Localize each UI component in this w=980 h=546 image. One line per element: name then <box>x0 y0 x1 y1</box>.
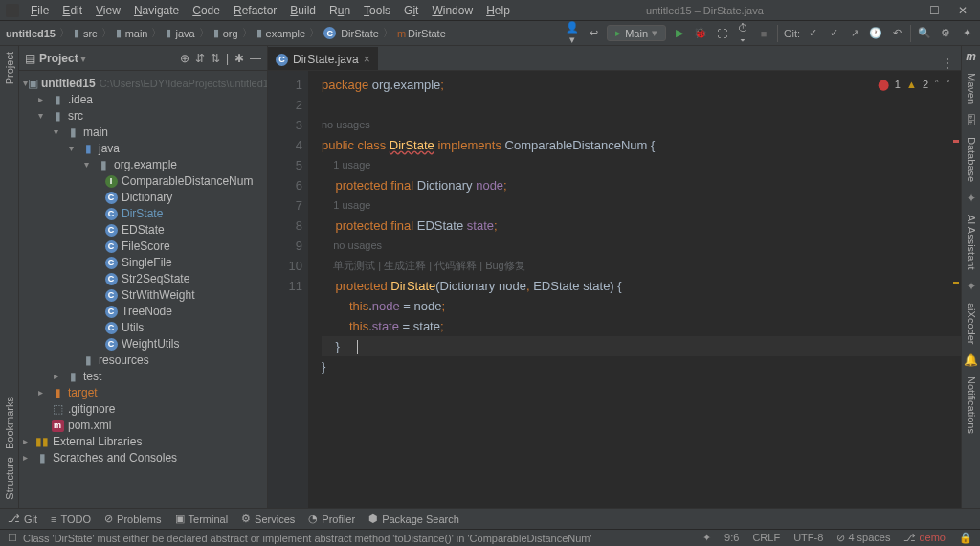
tree-item[interactable]: CTreeNode <box>19 303 267 319</box>
menu-code[interactable]: Code <box>187 2 226 19</box>
tool-ai[interactable]: AI Assistant <box>966 215 977 269</box>
editor-tab-active[interactable]: C DirState.java × <box>268 47 378 70</box>
select-opened-icon[interactable]: ⊕ <box>180 52 189 65</box>
menu-build[interactable]: Build <box>284 2 322 19</box>
git-push-icon[interactable]: ↗ <box>847 27 862 39</box>
bell-icon[interactable]: 🔔 <box>964 353 978 367</box>
tree-item[interactable]: CUtils <box>19 319 267 335</box>
ai-icon[interactable]: ✦ <box>959 27 974 39</box>
status-indent[interactable]: ⊘ 4 spaces <box>836 532 890 544</box>
status-position[interactable]: 9:6 <box>724 532 739 544</box>
tool-aixcoder[interactable]: aiXcoder <box>966 303 977 344</box>
menu-git[interactable]: Git <box>398 2 424 19</box>
tree-item[interactable]: ▸▮.idea <box>19 91 267 107</box>
back-icon[interactable]: ↩ <box>586 27 601 39</box>
tree-item[interactable]: CStr2SeqState <box>19 270 267 286</box>
profile-button[interactable]: ⏱▾ <box>735 22 750 45</box>
settings-icon[interactable]: ⚙ <box>938 27 953 39</box>
breadcrumb-item[interactable]: java <box>175 28 194 39</box>
maximize-button[interactable]: ☐ <box>923 4 946 17</box>
tool-structure[interactable]: Structure <box>4 457 15 500</box>
tool-todo[interactable]: ≡TODO <box>51 513 91 525</box>
menu-view[interactable]: View <box>90 2 126 19</box>
git-history-icon[interactable]: 🕐 <box>868 27 883 39</box>
breadcrumb-item[interactable]: untitled15 <box>6 28 56 39</box>
project-tree[interactable]: ▾▣untitled15C:\Users\EDY\IdeaProjects\un… <box>19 71 267 508</box>
tree-item[interactable]: CEDState <box>19 221 267 238</box>
breadcrumb-item[interactable]: src <box>83 28 98 39</box>
tree-item[interactable]: ▾▮org.example <box>19 156 267 172</box>
tree-item-selected[interactable]: CDirState <box>19 205 267 221</box>
database-icon[interactable]: 🗄 <box>966 114 977 127</box>
tool-notifications[interactable]: Notifications <box>966 376 977 434</box>
tree-item[interactable]: ▾▮main <box>19 124 267 140</box>
git-rollback-icon[interactable]: ↶ <box>889 27 904 39</box>
hide-icon[interactable]: — <box>250 52 261 65</box>
aix-icon[interactable]: ✦ <box>967 280 976 293</box>
tree-item-excluded[interactable]: ▸▮target <box>19 384 267 400</box>
menu-navigate[interactable]: Navigate <box>128 2 185 19</box>
m-icon[interactable]: m <box>966 50 976 63</box>
gutter[interactable]: 12 34 5 67 8910 11 <box>268 71 308 508</box>
menu-edit[interactable]: Edit <box>56 2 88 19</box>
tool-maven[interactable]: Maven <box>966 73 977 104</box>
menu-tools[interactable]: Tools <box>358 2 396 19</box>
tree-item[interactable]: ▾▮java <box>19 140 267 156</box>
breadcrumb-item[interactable]: DirState <box>341 28 379 39</box>
tree-item[interactable]: ⬚.gitignore <box>19 400 267 417</box>
run-config-selector[interactable]: ▸ Main ▾ <box>607 25 666 41</box>
breadcrumb-item[interactable]: org <box>223 28 238 39</box>
close-tab-icon[interactable]: × <box>364 53 370 66</box>
tree-item[interactable]: CFileScore <box>19 238 267 254</box>
tree-item[interactable]: ▾▮src <box>19 107 267 124</box>
tree-scratches[interactable]: ▸▮Scratches and Consoles <box>19 449 267 466</box>
tool-packagesearch[interactable]: ⬢Package Search <box>368 512 459 525</box>
tree-item[interactable]: CStrWithWeight <box>19 286 267 303</box>
tree-ext-lib[interactable]: ▸▮▮External Libraries <box>19 433 267 449</box>
tool-terminal[interactable]: ▣Terminal <box>175 512 229 525</box>
menu-refactor[interactable]: Refactor <box>228 2 282 19</box>
status-branch[interactable]: ⎇ demo <box>903 532 946 544</box>
tree-item[interactable]: CSingleFile <box>19 254 267 270</box>
settings-icon[interactable]: ✱ <box>234 52 244 65</box>
search-icon[interactable]: 🔍 <box>917 27 932 39</box>
tool-database[interactable]: Database <box>966 137 977 182</box>
chevron-down-icon[interactable]: ▾ <box>80 52 86 65</box>
collapse-icon[interactable]: ⇅ <box>211 52 220 65</box>
minimize-button[interactable]: — <box>894 4 917 17</box>
tree-item[interactable]: CDictionary <box>19 189 267 205</box>
tool-profiler[interactable]: ◔Profiler <box>308 512 355 525</box>
debug-button[interactable]: 🐞 <box>693 27 708 39</box>
status-ai[interactable]: ✦ <box>702 532 711 544</box>
lock-icon[interactable]: 🔒 <box>959 532 972 544</box>
chevron-up-icon[interactable]: ˄ <box>934 75 940 95</box>
status-encoding[interactable]: UTF-8 <box>793 532 823 544</box>
tree-item[interactable]: mpom.xml <box>19 417 267 433</box>
code-editor[interactable]: package org.example; no usages public cl… <box>308 71 961 508</box>
breadcrumb-item[interactable]: main <box>125 28 148 39</box>
tree-item[interactable]: ▮resources <box>19 352 267 368</box>
tree-item[interactable]: IComparableDistanceNum <box>19 172 267 189</box>
tool-bookmarks[interactable]: Bookmarks <box>4 397 15 449</box>
run-button[interactable]: ▶ <box>672 27 687 39</box>
git-commit-icon[interactable]: ✓ <box>826 27 841 39</box>
tool-project[interactable]: Project <box>4 52 15 84</box>
breadcrumb-item[interactable]: example <box>266 28 306 39</box>
stop-button[interactable]: ■ <box>756 28 771 39</box>
error-stripe[interactable] <box>951 71 961 508</box>
ai-icon[interactable]: ✦ <box>967 192 976 205</box>
status-icon[interactable]: ☐ <box>8 532 17 544</box>
menu-help[interactable]: Help <box>480 2 516 19</box>
menu-run[interactable]: Run <box>323 2 356 19</box>
menu-window[interactable]: Window <box>426 2 479 19</box>
inspection-widget[interactable]: ⬤1 ▲2 ˄ ˅ <box>878 75 951 95</box>
tool-services[interactable]: ⚙Services <box>241 512 295 525</box>
tabs-more-icon[interactable]: ⋮ <box>934 57 961 70</box>
status-line-ending[interactable]: CRLF <box>752 532 780 544</box>
close-button[interactable]: ✕ <box>951 4 974 17</box>
tool-problems[interactable]: ⊘Problems <box>104 512 161 525</box>
tree-item[interactable]: ▸▮test <box>19 368 267 384</box>
breadcrumb-item[interactable]: DirState <box>408 28 446 39</box>
menu-file[interactable]: File <box>25 2 55 19</box>
expand-icon[interactable]: ⇵ <box>195 52 205 65</box>
